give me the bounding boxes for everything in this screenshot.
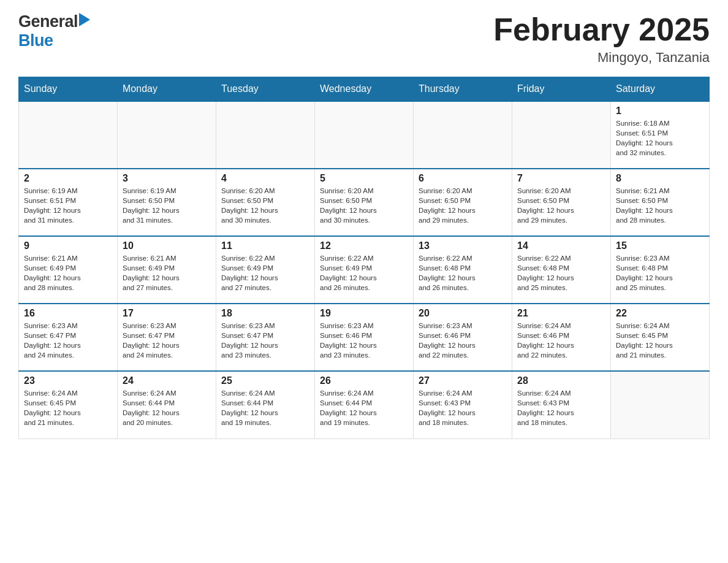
week-row-5: 23Sunrise: 6:24 AMSunset: 6:45 PMDayligh…	[19, 371, 710, 439]
calendar-cell	[414, 101, 512, 169]
calendar-cell: 14Sunrise: 6:22 AMSunset: 6:48 PMDayligh…	[512, 236, 611, 304]
calendar-cell: 3Sunrise: 6:19 AMSunset: 6:50 PMDaylight…	[118, 169, 216, 236]
day-info: Sunrise: 6:23 AMSunset: 6:46 PMDaylight:…	[419, 321, 507, 360]
day-number: 22	[616, 308, 704, 319]
day-number: 15	[616, 240, 704, 251]
day-header-wednesday: Wednesday	[315, 77, 414, 102]
day-number: 13	[419, 240, 507, 251]
day-number: 14	[517, 240, 605, 251]
calendar-cell: 28Sunrise: 6:24 AMSunset: 6:43 PMDayligh…	[512, 371, 611, 439]
calendar-cell: 2Sunrise: 6:19 AMSunset: 6:51 PMDaylight…	[19, 169, 118, 236]
calendar-cell: 17Sunrise: 6:23 AMSunset: 6:47 PMDayligh…	[118, 304, 216, 371]
day-info: Sunrise: 6:24 AMSunset: 6:44 PMDaylight:…	[123, 388, 211, 427]
day-number: 3	[123, 173, 211, 184]
day-header-thursday: Thursday	[414, 77, 512, 102]
logo-blue-text: Blue	[18, 31, 53, 50]
logo-arrow-icon	[79, 13, 90, 29]
calendar-cell: 10Sunrise: 6:21 AMSunset: 6:49 PMDayligh…	[118, 236, 216, 304]
calendar-cell: 7Sunrise: 6:20 AMSunset: 6:50 PMDaylight…	[512, 169, 611, 236]
day-info: Sunrise: 6:18 AMSunset: 6:51 PMDaylight:…	[616, 118, 704, 158]
calendar-cell: 27Sunrise: 6:24 AMSunset: 6:43 PMDayligh…	[414, 371, 512, 439]
calendar-cell: 6Sunrise: 6:20 AMSunset: 6:50 PMDaylight…	[414, 169, 512, 236]
day-number: 25	[221, 375, 309, 386]
header: General Blue February 2025 Mingoyo, Tanz…	[18, 12, 710, 66]
day-info: Sunrise: 6:24 AMSunset: 6:46 PMDaylight:…	[517, 321, 605, 360]
day-header-friday: Friday	[512, 77, 611, 102]
day-number: 10	[123, 240, 211, 251]
day-info: Sunrise: 6:19 AMSunset: 6:51 PMDaylight:…	[24, 186, 112, 225]
day-info: Sunrise: 6:22 AMSunset: 6:49 PMDaylight:…	[221, 253, 309, 293]
calendar-cell: 25Sunrise: 6:24 AMSunset: 6:44 PMDayligh…	[216, 371, 315, 439]
location: Mingoyo, Tanzania	[493, 50, 710, 66]
calendar-cell	[611, 371, 710, 439]
day-info: Sunrise: 6:20 AMSunset: 6:50 PMDaylight:…	[320, 186, 408, 225]
day-info: Sunrise: 6:19 AMSunset: 6:50 PMDaylight:…	[123, 186, 211, 225]
day-info: Sunrise: 6:22 AMSunset: 6:48 PMDaylight:…	[419, 253, 507, 293]
day-header-saturday: Saturday	[611, 77, 710, 102]
day-number: 7	[517, 173, 605, 184]
day-info: Sunrise: 6:20 AMSunset: 6:50 PMDaylight:…	[517, 186, 605, 225]
calendar-cell	[118, 101, 216, 169]
calendar-cell: 9Sunrise: 6:21 AMSunset: 6:49 PMDaylight…	[19, 236, 118, 304]
calendar-cell: 5Sunrise: 6:20 AMSunset: 6:50 PMDaylight…	[315, 169, 414, 236]
day-info: Sunrise: 6:24 AMSunset: 6:43 PMDaylight:…	[419, 388, 507, 427]
logo: General Blue	[18, 12, 90, 50]
week-row-1: 1Sunrise: 6:18 AMSunset: 6:51 PMDaylight…	[19, 101, 710, 169]
svg-marker-0	[79, 13, 90, 26]
calendar-cell: 15Sunrise: 6:23 AMSunset: 6:48 PMDayligh…	[611, 236, 710, 304]
day-info: Sunrise: 6:23 AMSunset: 6:47 PMDaylight:…	[24, 321, 112, 360]
week-row-4: 16Sunrise: 6:23 AMSunset: 6:47 PMDayligh…	[19, 304, 710, 371]
day-number: 1	[616, 105, 704, 117]
title-area: February 2025 Mingoyo, Tanzania	[493, 12, 710, 66]
day-number: 6	[419, 173, 507, 184]
day-info: Sunrise: 6:23 AMSunset: 6:48 PMDaylight:…	[616, 253, 704, 293]
day-number: 4	[221, 173, 309, 184]
day-header-monday: Monday	[118, 77, 216, 102]
week-row-3: 9Sunrise: 6:21 AMSunset: 6:49 PMDaylight…	[19, 236, 710, 304]
day-info: Sunrise: 6:24 AMSunset: 6:44 PMDaylight:…	[221, 388, 309, 427]
day-number: 24	[123, 375, 211, 386]
day-info: Sunrise: 6:23 AMSunset: 6:46 PMDaylight:…	[320, 321, 408, 360]
day-number: 8	[616, 173, 704, 184]
day-number: 17	[123, 308, 211, 319]
day-number: 11	[221, 240, 309, 251]
calendar-cell	[216, 101, 315, 169]
day-header-tuesday: Tuesday	[216, 77, 315, 102]
calendar-cell: 22Sunrise: 6:24 AMSunset: 6:45 PMDayligh…	[611, 304, 710, 371]
calendar-cell: 24Sunrise: 6:24 AMSunset: 6:44 PMDayligh…	[118, 371, 216, 439]
calendar-cell: 12Sunrise: 6:22 AMSunset: 6:49 PMDayligh…	[315, 236, 414, 304]
calendar-cell: 19Sunrise: 6:23 AMSunset: 6:46 PMDayligh…	[315, 304, 414, 371]
calendar-cell	[315, 101, 414, 169]
logo-general-text: General	[18, 12, 78, 31]
day-number: 12	[320, 240, 408, 251]
day-number: 20	[419, 308, 507, 319]
month-title: February 2025	[493, 12, 710, 47]
day-info: Sunrise: 6:21 AMSunset: 6:49 PMDaylight:…	[24, 253, 112, 293]
day-number: 18	[221, 308, 309, 319]
day-info: Sunrise: 6:23 AMSunset: 6:47 PMDaylight:…	[123, 321, 211, 360]
calendar-cell: 26Sunrise: 6:24 AMSunset: 6:44 PMDayligh…	[315, 371, 414, 439]
day-header-sunday: Sunday	[19, 77, 118, 102]
day-number: 23	[24, 375, 112, 386]
day-info: Sunrise: 6:22 AMSunset: 6:49 PMDaylight:…	[320, 253, 408, 293]
day-info: Sunrise: 6:20 AMSunset: 6:50 PMDaylight:…	[419, 186, 507, 225]
day-number: 9	[24, 240, 112, 251]
calendar-cell: 18Sunrise: 6:23 AMSunset: 6:47 PMDayligh…	[216, 304, 315, 371]
header-row: SundayMondayTuesdayWednesdayThursdayFrid…	[19, 77, 710, 102]
calendar-cell	[19, 101, 118, 169]
calendar-cell: 1Sunrise: 6:18 AMSunset: 6:51 PMDaylight…	[611, 101, 710, 169]
day-info: Sunrise: 6:23 AMSunset: 6:47 PMDaylight:…	[221, 321, 309, 360]
calendar-cell: 8Sunrise: 6:21 AMSunset: 6:50 PMDaylight…	[611, 169, 710, 236]
calendar-cell: 23Sunrise: 6:24 AMSunset: 6:45 PMDayligh…	[19, 371, 118, 439]
day-info: Sunrise: 6:24 AMSunset: 6:45 PMDaylight:…	[616, 321, 704, 360]
day-number: 28	[517, 375, 605, 386]
day-number: 26	[320, 375, 408, 386]
day-number: 5	[320, 173, 408, 184]
calendar-cell: 21Sunrise: 6:24 AMSunset: 6:46 PMDayligh…	[512, 304, 611, 371]
day-number: 21	[517, 308, 605, 319]
calendar-cell	[512, 101, 611, 169]
calendar-table: SundayMondayTuesdayWednesdayThursdayFrid…	[18, 77, 710, 439]
day-info: Sunrise: 6:24 AMSunset: 6:45 PMDaylight:…	[24, 388, 112, 427]
day-info: Sunrise: 6:21 AMSunset: 6:50 PMDaylight:…	[616, 186, 704, 225]
calendar-cell: 20Sunrise: 6:23 AMSunset: 6:46 PMDayligh…	[414, 304, 512, 371]
